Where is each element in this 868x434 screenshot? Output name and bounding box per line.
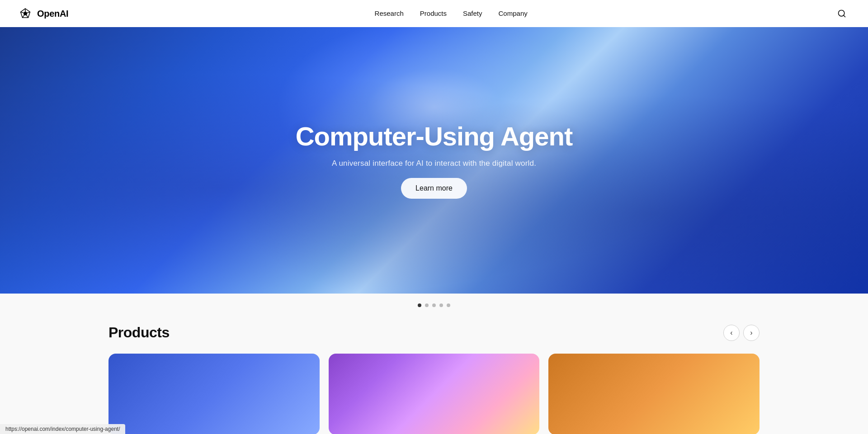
hero-title: Computer-Using Agent (296, 122, 573, 151)
carousel-dot-4[interactable] (439, 303, 443, 307)
hero-subtitle: A universal interface for AI to interact… (332, 159, 536, 168)
hero-cta-button[interactable]: Learn more (401, 178, 467, 199)
product-card-1[interactable] (108, 354, 320, 434)
product-card-3[interactable] (548, 354, 760, 434)
carousel-dot-3[interactable] (432, 303, 436, 307)
nav-logo[interactable]: OpenAI (18, 6, 68, 21)
search-button[interactable] (834, 5, 850, 22)
nav-link-research[interactable]: Research (375, 9, 404, 17)
navbar: OpenAI Research Products Safety Company (0, 0, 868, 27)
nav-right (834, 5, 850, 22)
search-icon (837, 9, 846, 18)
nav-logo-text: OpenAI (37, 9, 68, 19)
status-url: https://openai.com/index/computer-using-… (5, 426, 120, 432)
products-nav: ‹ › (723, 325, 760, 341)
nav-link-safety[interactable]: Safety (463, 9, 482, 17)
carousel-dot-2[interactable] (425, 303, 429, 307)
nav-link-company[interactable]: Company (499, 9, 528, 17)
carousel-dot-5[interactable] (447, 303, 450, 307)
svg-point-0 (24, 12, 27, 15)
products-prev-button[interactable]: ‹ (723, 325, 740, 341)
carousel-dots (0, 294, 868, 315)
status-bar: https://openai.com/index/computer-using-… (0, 424, 125, 434)
product-card-2[interactable] (329, 354, 540, 434)
hero-content: Computer-Using Agent A universal interfa… (296, 122, 573, 199)
nav-links: Research Products Safety Company (375, 9, 528, 18)
svg-line-2 (844, 15, 845, 17)
products-title: Products (108, 324, 170, 341)
products-cards (108, 354, 760, 434)
products-section: Products ‹ › (0, 315, 868, 434)
products-next-button[interactable]: › (743, 325, 760, 341)
openai-logo-icon (18, 6, 33, 21)
products-header: Products ‹ › (108, 324, 760, 341)
carousel-dot-1[interactable] (418, 303, 421, 307)
hero-section: Computer-Using Agent A universal interfa… (0, 27, 868, 294)
nav-link-products[interactable]: Products (420, 9, 447, 17)
